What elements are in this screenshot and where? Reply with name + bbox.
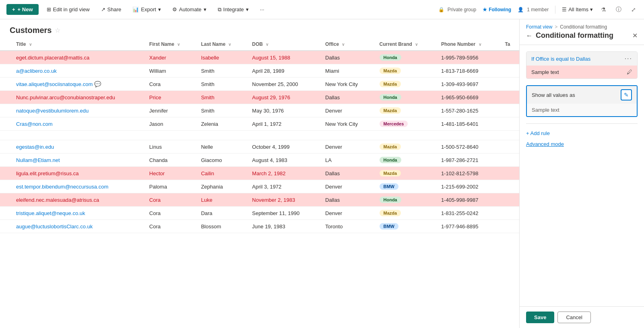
save-button[interactable]: Save: [526, 312, 554, 323]
cell-first-name: Cora: [144, 220, 196, 233]
table-row[interactable]: a@aclibero.co.uk William Smith April 28,…: [0, 64, 519, 78]
new-label: + New: [18, 6, 33, 12]
advanced-mode-link[interactable]: Advanced mode: [526, 141, 638, 147]
cell-title: Nullam@Etiam.net: [0, 154, 144, 167]
cell-brand: Honda: [375, 51, 436, 64]
add-rule-button[interactable]: + Add rule: [526, 129, 550, 138]
table-row[interactable]: est.tempor.bibendum@neccursusa.com Palom…: [0, 180, 519, 193]
export-button[interactable]: 📊 Export ▾: [129, 5, 164, 14]
rule-sample-area: Sample text 🖊: [526, 66, 637, 78]
cell-title: tristique.aliquet@neque.co.uk: [0, 207, 144, 220]
table-row[interactable]: augue@luctuslobortisClarc.co.uk Cora Blo…: [0, 220, 519, 233]
sort-icon-brand: ∨: [415, 42, 418, 47]
values-edit-button[interactable]: ✎: [621, 89, 632, 100]
table-row[interactable]: ligula.elit.pretium@risus.ca Hector Cail…: [0, 167, 519, 180]
cell-office: Dallas: [320, 193, 374, 207]
table-row[interactable]: vitae.aliquet@sociisnatoque.com💬 Cora Sm…: [0, 78, 519, 91]
person-icon: 👤: [518, 7, 524, 12]
page-title-area: Customers ☆: [0, 19, 519, 38]
cell-title: augue@luctuslobortisClarc.co.uk: [0, 220, 144, 233]
cell-brand: Honda: [375, 91, 436, 104]
panel-title-text: Conditional formatting: [536, 31, 613, 40]
more-button[interactable]: ···: [257, 5, 268, 14]
automate-button[interactable]: ⚙ Automate ▾: [169, 5, 210, 14]
table-row[interactable]: Cras@non.com Jason Zelenia April 1, 1972…: [0, 117, 519, 131]
following-button[interactable]: ★ Following: [483, 7, 511, 12]
info-icon[interactable]: ⓘ: [614, 4, 623, 15]
cell-phone: 1-557-280-1625: [436, 104, 500, 117]
col-current-brand[interactable]: Current Brand ∨: [375, 38, 436, 51]
filter-icon[interactable]: ⚗: [599, 5, 608, 14]
favorite-star-icon[interactable]: ☆: [55, 27, 60, 34]
panel-title-row: ← Conditional formatting ✕: [526, 31, 638, 40]
cell-office: Dallas: [320, 167, 374, 180]
cell-last-name: Dara: [196, 207, 247, 220]
expand-icon[interactable]: ⤢: [630, 5, 638, 14]
brand-badge: Honda: [380, 157, 401, 163]
table-row[interactable]: Nunc.pulvinar.arcu@conubianostraper.edu …: [0, 91, 519, 104]
cell-ta: [500, 51, 519, 64]
cell-last-name: Giacomo: [196, 154, 247, 167]
col-title[interactable]: Title ∨: [0, 38, 144, 51]
automate-chevron-icon: ▾: [204, 6, 206, 12]
cell-phone: 1-831-255-0242: [436, 207, 500, 220]
breadcrumb-current: Conditional formatting: [560, 24, 607, 30]
data-grid: Title ∨ First Name ∨ Last Name ∨ DOB ∨ O…: [0, 38, 519, 233]
values-card: Show all values as ✎ Sample text: [526, 85, 638, 117]
cell-ta: [500, 78, 519, 91]
sort-icon-dob: ∨: [266, 42, 268, 47]
cell-office: Miami: [320, 64, 374, 78]
cancel-button[interactable]: Cancel: [557, 312, 590, 323]
cell-title: eget.dictum.placerat@mattis.ca: [0, 51, 144, 64]
cell-first-name: Cora: [144, 193, 196, 207]
rule-sample-text: Sample text: [531, 69, 559, 75]
rule-card: If Office is equal to Dallas ··· Sample …: [526, 51, 638, 79]
breadcrumb-format-view[interactable]: Format view: [526, 24, 552, 30]
cell-dob: April 28, 1989: [247, 64, 320, 78]
integrate-button[interactable]: ⧉ Integrate ▾: [215, 5, 252, 14]
values-sample-text: Sample text: [532, 107, 559, 113]
cell-office: LA: [320, 154, 374, 167]
cell-last-name: Smith: [196, 91, 247, 104]
table-row[interactable]: eleifend.nec.malesuada@atrisus.ca Cora L…: [0, 193, 519, 207]
col-last-name[interactable]: Last Name ∨: [196, 38, 247, 51]
col-first-name[interactable]: First Name ∨: [144, 38, 196, 51]
grid-container[interactable]: Title ∨ First Name ∨ Last Name ∨ DOB ∨ O…: [0, 38, 519, 323]
table-row[interactable]: egestas@in.edu Linus Nelle October 4, 19…: [0, 140, 519, 154]
panel-back-button[interactable]: ←: [526, 32, 533, 39]
rule-more-button[interactable]: ···: [625, 55, 632, 62]
cell-phone: 1-965-950-6669: [436, 91, 500, 104]
cell-phone: 1-309-493-9697: [436, 78, 500, 91]
toolbar-left: + + New ⊞ Edit in grid view ↗ Share 📊 Ex…: [6, 4, 268, 15]
edit-grid-button[interactable]: ⊞ Edit in grid view: [43, 5, 93, 14]
cell-first-name: Jennifer: [144, 104, 196, 117]
col-office[interactable]: Office ∨: [320, 38, 374, 51]
cell-phone: 1-813-718-6669: [436, 64, 500, 78]
brand-badge: Mercedes: [380, 121, 408, 127]
table-row[interactable]: natoque@vestibulumlorem.edu Jennifer Smi…: [0, 104, 519, 117]
divider: [555, 6, 555, 14]
cell-office: Denver: [320, 140, 374, 154]
new-button[interactable]: + + New: [6, 4, 39, 15]
table-row[interactable]: Nullam@Etiam.net Chanda Giacomo August 4…: [0, 154, 519, 167]
panel-breadcrumb: Format view > Conditional formatting: [526, 24, 638, 30]
cell-last-name: Nelle: [196, 140, 247, 154]
all-items-button[interactable]: ☰ All Items ▾: [562, 6, 593, 12]
cell-first-name: Chanda: [144, 154, 196, 167]
table-row[interactable]: eget.dictum.placerat@mattis.ca Xander Is…: [0, 51, 519, 64]
col-dob[interactable]: DOB ∨: [247, 38, 320, 51]
col-phone-number[interactable]: Phone Number ∨: [436, 38, 500, 51]
col-ta[interactable]: Ta: [500, 38, 519, 51]
table-row[interactable]: tristique.aliquet@neque.co.uk Cora Dara …: [0, 207, 519, 220]
sort-icon-office: ∨: [342, 42, 345, 47]
cell-office: Dallas: [320, 51, 374, 64]
panel-close-button[interactable]: ✕: [632, 32, 638, 39]
member-info: 👤 1 member: [518, 7, 549, 12]
cell-dob: August 15, 1988: [247, 51, 320, 64]
cell-last-name: Smith: [196, 78, 247, 91]
cell-first-name: Paloma: [144, 180, 196, 193]
cell-phone: 1-995-789-5956: [436, 51, 500, 64]
brand-badge: Mazda: [380, 81, 401, 87]
brand-badge: BMW: [380, 183, 399, 190]
share-button[interactable]: ↗ Share: [98, 5, 125, 14]
